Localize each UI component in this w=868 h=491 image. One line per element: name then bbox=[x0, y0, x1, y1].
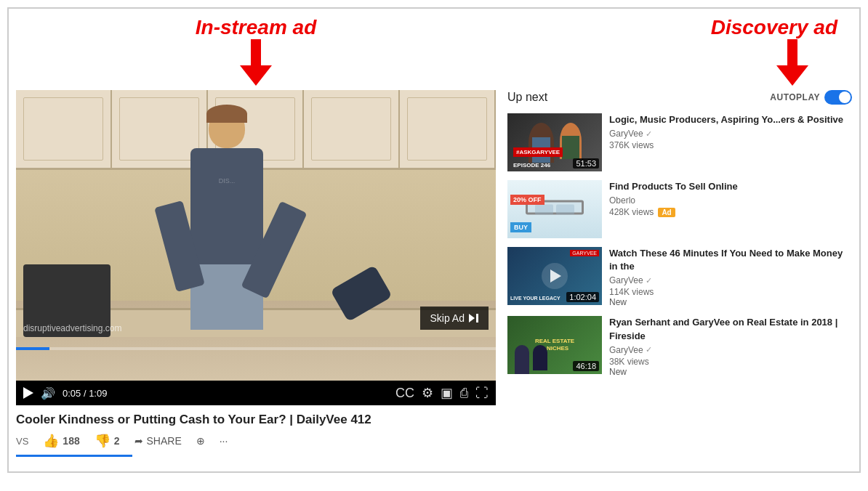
video-thumb-3: GARYVEE LIVE YOUR LEGACY 1:02:04 bbox=[507, 247, 602, 305]
dislike-icon: 👎 bbox=[95, 433, 110, 449]
video-frame[interactable]: DIS... disruptiveadvertising.com bbox=[16, 90, 496, 381]
thumb3-bottom-text: LIVE YOUR LEGACY bbox=[510, 296, 560, 301]
toggle-knob bbox=[839, 92, 851, 103]
up-next-panel: Up next AUTOPLAY bbox=[507, 90, 852, 464]
thumb1-duration: 51:53 bbox=[573, 158, 599, 169]
thumb3-garyvee-label: GARYVEE bbox=[570, 250, 599, 256]
new-badge-3: New bbox=[609, 297, 852, 307]
cabinet-door-4 bbox=[304, 90, 400, 168]
video-controls-bar: 🔊 0:05 / 1:09 CC ⚙ ▣ ⎙ ⛶ bbox=[16, 381, 496, 405]
cabinet-door-5 bbox=[400, 90, 496, 168]
verified-icon-4: ✓ bbox=[646, 345, 652, 354]
play-tri-3 bbox=[550, 269, 561, 283]
view-count-1: 376K views bbox=[609, 140, 654, 150]
view-count-4: 38K views bbox=[609, 357, 649, 367]
person: DIS... bbox=[161, 108, 292, 312]
main-container: In-stream ad Discovery ad bbox=[7, 7, 861, 473]
share-label: SHARE bbox=[147, 435, 182, 447]
time-display: 0:05 / 1:09 bbox=[63, 388, 107, 399]
person-hair bbox=[206, 105, 247, 123]
shirt-graphic: DIS... bbox=[205, 177, 249, 184]
discovery-arrow bbox=[776, 39, 808, 86]
video-thumb-1: #ASKGARYVEE EPISODE 246 51:53 bbox=[507, 113, 602, 171]
person-head bbox=[209, 108, 245, 148]
video-card-channel-1: GaryVee ✓ bbox=[609, 129, 852, 139]
like-count: 188 bbox=[63, 435, 79, 447]
video-progress-fill bbox=[16, 347, 49, 350]
video-card-channel-4: GaryVee ✓ bbox=[609, 345, 852, 355]
like-icon: 👍 bbox=[43, 433, 59, 449]
autoplay-toggle[interactable] bbox=[824, 90, 852, 105]
fullscreen-icon[interactable]: ⛶ bbox=[475, 386, 489, 401]
play-btn-circle-3 bbox=[542, 263, 568, 289]
video-card-title-1: Logic, Music Producers, Aspiring Yo...er… bbox=[609, 113, 852, 126]
thumb1-askg-label: #ASKGARYVEE bbox=[513, 147, 563, 157]
video-info-3: Watch These 46 Minutes If You Need to Ma… bbox=[609, 247, 852, 307]
skip-play-icon bbox=[469, 314, 475, 322]
up-next-title: Up next bbox=[507, 91, 547, 104]
cast-icon[interactable]: ⎙ bbox=[460, 386, 468, 401]
verified-icon-1: ✓ bbox=[646, 129, 652, 139]
cc-icon[interactable]: CC bbox=[395, 386, 414, 401]
thumb2-scene: 20% OFF BUY bbox=[507, 180, 602, 238]
autoplay-area: AUTOPLAY bbox=[770, 90, 852, 105]
person-body: DIS... bbox=[190, 148, 263, 264]
more-options-button[interactable]: ··· bbox=[220, 435, 228, 447]
skip-ad-label: Skip Ad bbox=[430, 312, 465, 324]
video-title: Cooler Kindness or Putting Cash to Your … bbox=[16, 413, 496, 427]
up-next-header: Up next AUTOPLAY bbox=[507, 90, 852, 105]
like-button[interactable]: 👍 188 bbox=[43, 433, 79, 449]
verified-icon-3: ✓ bbox=[646, 276, 652, 285]
video-info-1: Logic, Music Producers, Aspiring Yo...er… bbox=[609, 113, 852, 171]
thumb3-duration: 1:02:04 bbox=[566, 292, 599, 302]
video-thumb-2: 20% OFF BUY bbox=[507, 180, 602, 238]
dislike-button[interactable]: 👎 2 bbox=[95, 433, 120, 449]
discovery-label: Discovery ad bbox=[711, 16, 837, 38]
thumb1-episode: EPISODE 246 bbox=[513, 162, 550, 169]
video-progress-track[interactable] bbox=[16, 347, 496, 350]
new-badge-4: New bbox=[609, 367, 852, 377]
volume-icon[interactable]: 🔊 bbox=[41, 386, 55, 400]
video-thumb-4: REAL ESTATE& NICHES 46:18 bbox=[507, 316, 602, 374]
video-card-4[interactable]: REAL ESTATE& NICHES 46:18 Ryan Serhant a… bbox=[507, 316, 852, 376]
view-count-3: 114K views bbox=[609, 287, 654, 297]
more-button[interactable]: ⊕ bbox=[196, 435, 205, 447]
video-card-meta-4: 38K views bbox=[609, 357, 852, 367]
video-card-title-4: Ryan Serhant and GaryVee on Real Estate … bbox=[609, 316, 852, 342]
kitchen-bg: DIS... disruptiveadvertising.com bbox=[16, 90, 496, 381]
video-card-meta-3: 114K views bbox=[609, 287, 852, 297]
skip-ad-button[interactable]: Skip Ad bbox=[420, 307, 489, 330]
video-card-title-2: Find Products To Sell Online bbox=[609, 180, 852, 193]
share-underline bbox=[16, 455, 132, 457]
settings-icon[interactable]: ⚙ bbox=[422, 385, 433, 401]
channel-name-2: Oberlo bbox=[609, 195, 635, 206]
video-card-channel-2: Oberlo bbox=[609, 195, 852, 206]
video-card-3[interactable]: GARYVEE LIVE YOUR LEGACY 1:02:04 Watch T… bbox=[507, 247, 852, 307]
ad-badge-2: Ad bbox=[658, 208, 675, 217]
instream-arrow bbox=[240, 39, 272, 86]
channel-name-4: GaryVee bbox=[609, 345, 643, 355]
content-area: DIS... disruptiveadvertising.com bbox=[16, 90, 852, 464]
autoplay-label: AUTOPLAY bbox=[770, 92, 820, 102]
cabinet-door-1 bbox=[16, 90, 112, 168]
play-icon[interactable] bbox=[23, 387, 33, 399]
ellipsis-icon: ··· bbox=[220, 435, 228, 447]
miniplayer-icon[interactable]: ▣ bbox=[441, 385, 453, 401]
video-player: DIS... disruptiveadvertising.com bbox=[16, 90, 496, 464]
skip-bar-icon bbox=[476, 314, 478, 322]
view-count-2: 428K views bbox=[609, 207, 654, 217]
view-count-placeholder: VS bbox=[16, 436, 28, 447]
video-card-1[interactable]: #ASKGARYVEE EPISODE 246 51:53 Logic, Mus… bbox=[507, 113, 852, 171]
video-info-4: Ryan Serhant and GaryVee on Real Estate … bbox=[609, 316, 852, 376]
thumb2-discount: 20% OFF bbox=[510, 195, 544, 205]
video-card-title-3: Watch These 46 Minutes If You Need to Ma… bbox=[609, 247, 852, 273]
video-card-2[interactable]: 20% OFF BUY Find Products To Sell Online… bbox=[507, 180, 852, 238]
thumb4-duration: 46:18 bbox=[573, 361, 599, 371]
video-card-meta-1: 376K views bbox=[609, 140, 852, 150]
video-title-area: Cooler Kindness or Putting Cash to Your … bbox=[16, 405, 496, 464]
share-button[interactable]: ➦ SHARE bbox=[134, 435, 182, 447]
instream-label: In-stream ad bbox=[196, 16, 317, 38]
channel-name-1: GaryVee bbox=[609, 129, 643, 139]
video-actions: VS 👍 188 👎 2 ➦ SHARE ⊕ bbox=[16, 433, 496, 449]
controls-row: 🔊 0:05 / 1:09 CC ⚙ ▣ ⎙ ⛶ bbox=[23, 385, 489, 401]
